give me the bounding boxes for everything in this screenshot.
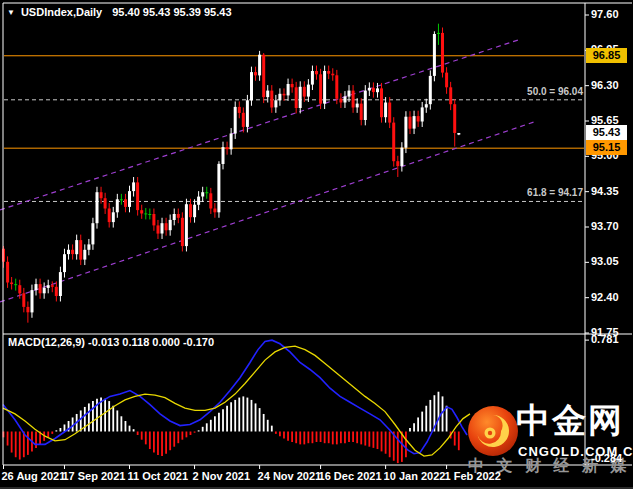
candle-body	[303, 87, 306, 97]
date-tick-label: 2 Nov 2021	[193, 470, 250, 482]
title-ohlc: 95.40 95.43 95.39 95.43	[112, 6, 231, 18]
candle-body	[71, 250, 74, 254]
candle-body	[181, 218, 184, 246]
date-tick-label: 24 Nov 2021	[258, 470, 322, 482]
price-label-line-low: 95.15	[586, 140, 627, 155]
candle-body	[230, 134, 233, 150]
candle-body	[250, 72, 253, 100]
candle-body	[67, 250, 70, 254]
candle-body	[205, 192, 208, 193]
candle-body	[26, 307, 29, 312]
date-tick-label: 10 Jan 2022	[384, 470, 446, 482]
candle-body	[441, 33, 444, 73]
candle-body	[453, 104, 456, 133]
candle-body	[429, 76, 432, 104]
candle-body	[177, 214, 180, 218]
candle-body	[197, 197, 200, 205]
price-tick-label: 93.05	[591, 255, 619, 267]
price-label-line-high: 96.85	[586, 48, 627, 63]
candle-body	[112, 212, 115, 222]
candle-body	[266, 91, 269, 98]
candle-body	[311, 71, 314, 85]
candle-body	[157, 225, 160, 233]
candle-body	[270, 91, 273, 108]
candle-body	[437, 33, 440, 34]
title-symbol: USDIndex,Daily	[21, 6, 102, 18]
candle-body	[315, 71, 318, 74]
candle-body	[136, 182, 139, 210]
candle-body	[319, 74, 322, 103]
candle-body	[287, 84, 290, 95]
candle-body	[238, 107, 241, 113]
date-tick-label: 16 Dec 2021	[319, 470, 382, 482]
candle-body	[368, 88, 371, 91]
price-label-bid: 95.43	[586, 125, 627, 140]
candle-body	[364, 91, 367, 120]
macd-axis-min-label: -0.284	[591, 452, 622, 464]
candle-body	[124, 199, 127, 207]
candle-body	[344, 97, 347, 103]
date-tick-label: 1 Feb 2022	[445, 470, 501, 482]
candle-body	[262, 55, 265, 97]
candle-body	[51, 285, 54, 287]
candle-body	[209, 193, 212, 208]
candle-body	[356, 104, 359, 108]
channel-dashed-line	[0, 122, 534, 302]
macd-axis-max-label: 0.781	[591, 333, 619, 345]
cngold-logo-icon	[465, 403, 521, 459]
candle-body	[144, 213, 147, 214]
candle-body	[327, 71, 330, 74]
candle-body	[433, 34, 436, 76]
candle-body	[339, 99, 342, 103]
candle-body	[409, 117, 412, 129]
candle-body	[189, 204, 192, 217]
candle-body	[299, 87, 302, 108]
candle-body	[392, 123, 395, 162]
candle-body	[380, 88, 383, 117]
price-tick-label: 93.70	[591, 220, 619, 232]
candle-body	[274, 100, 277, 107]
candle-body	[226, 147, 229, 149]
date-tick-label: 11 Oct 2021	[128, 470, 189, 482]
price-tick-label: 94.35	[591, 185, 619, 197]
candle-body	[449, 87, 452, 104]
candle-body	[161, 223, 164, 233]
candle-body	[234, 107, 237, 134]
candle-body	[413, 116, 416, 129]
candle-body	[165, 223, 168, 230]
candle-body	[222, 147, 225, 164]
candle-body	[360, 104, 363, 120]
candle-body	[291, 84, 294, 87]
candle-body	[91, 223, 94, 244]
candle-body	[352, 91, 355, 108]
candle-body	[43, 288, 46, 293]
candle-body	[10, 283, 13, 285]
candle-body	[47, 285, 50, 288]
candle-body	[445, 73, 448, 88]
candle-body	[104, 198, 107, 208]
candle-body	[87, 244, 90, 249]
candle-body	[63, 254, 66, 272]
watermark-brand: 中金网	[516, 398, 624, 444]
candle-body	[246, 100, 249, 127]
chevron-down-icon[interactable]: ▼	[7, 8, 15, 17]
candle-body	[173, 214, 176, 220]
date-tick-label: 17 Sep 2021	[62, 470, 125, 482]
candle-body	[258, 55, 261, 76]
candle-body	[396, 161, 399, 166]
candle-body	[96, 192, 99, 223]
candle-body	[100, 192, 103, 198]
candle-body	[152, 214, 155, 225]
candle-body	[388, 103, 391, 123]
candle-body	[400, 148, 403, 167]
candle-body	[331, 74, 334, 76]
candle-body	[148, 214, 151, 215]
candle-body	[18, 285, 21, 293]
candle-body	[79, 240, 82, 260]
macd-indicator-label: MACD(12,26,9) -0.013 0.118 0.000 -0.170	[8, 336, 214, 348]
candle-body	[417, 116, 420, 121]
candle-body	[75, 240, 78, 254]
candle-body	[201, 192, 204, 196]
candle-body	[108, 209, 111, 223]
date-tick-label: 26 Aug 2021	[2, 470, 66, 482]
